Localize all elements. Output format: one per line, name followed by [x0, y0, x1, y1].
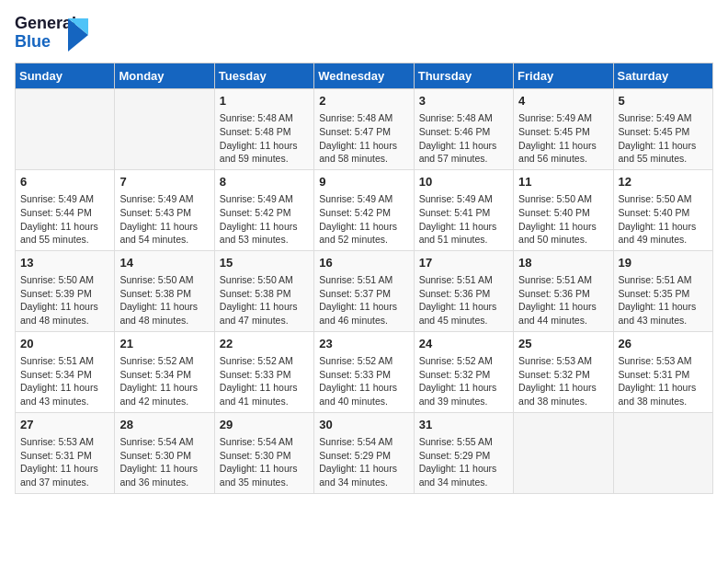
weekday-header-wednesday: Wednesday	[314, 63, 414, 89]
cell-content: Sunrise: 5:49 AM Sunset: 5:42 PM Dayligh…	[220, 192, 309, 247]
calendar-cell: 4Sunrise: 5:49 AM Sunset: 5:45 PM Daylig…	[514, 89, 613, 170]
cell-content: Sunrise: 5:52 AM Sunset: 5:32 PM Dayligh…	[419, 354, 508, 408]
cell-content: Sunrise: 5:52 AM Sunset: 5:34 PM Dayligh…	[119, 354, 209, 408]
calendar-cell: 18Sunrise: 5:51 AM Sunset: 5:36 PM Dayli…	[514, 250, 613, 331]
weekday-header-friday: Friday	[514, 63, 613, 89]
calendar-cell: 29Sunrise: 5:54 AM Sunset: 5:30 PM Dayli…	[214, 412, 313, 493]
cell-content: Sunrise: 5:49 AM Sunset: 5:41 PM Dayligh…	[419, 192, 508, 247]
calendar-cell: 19Sunrise: 5:51 AM Sunset: 5:35 PM Dayli…	[613, 250, 712, 331]
day-number: 26	[619, 336, 708, 352]
calendar-cell: 7Sunrise: 5:49 AM Sunset: 5:43 PM Daylig…	[115, 169, 214, 250]
cell-content: Sunrise: 5:55 AM Sunset: 5:29 PM Dayligh…	[419, 435, 508, 489]
calendar-cell: 27Sunrise: 5:53 AM Sunset: 5:31 PM Dayli…	[16, 412, 115, 493]
day-number: 6	[20, 174, 109, 190]
calendar-cell: 28Sunrise: 5:54 AM Sunset: 5:30 PM Dayli…	[115, 412, 214, 493]
cell-content: Sunrise: 5:51 AM Sunset: 5:37 PM Dayligh…	[319, 273, 408, 327]
cell-content: Sunrise: 5:49 AM Sunset: 5:43 PM Dayligh…	[119, 192, 209, 247]
calendar-cell	[16, 89, 115, 170]
day-number: 22	[220, 336, 309, 352]
calendar-cell: 1Sunrise: 5:48 AM Sunset: 5:48 PM Daylig…	[214, 89, 313, 170]
calendar-cell: 26Sunrise: 5:53 AM Sunset: 5:31 PM Dayli…	[613, 331, 712, 412]
calendar-cell: 30Sunrise: 5:54 AM Sunset: 5:29 PM Dayli…	[314, 412, 414, 493]
weekday-header-monday: Monday	[115, 63, 214, 89]
cell-content: Sunrise: 5:51 AM Sunset: 5:36 PM Dayligh…	[419, 273, 508, 327]
cell-content: Sunrise: 5:48 AM Sunset: 5:47 PM Dayligh…	[319, 111, 408, 166]
day-number: 27	[20, 417, 109, 433]
day-number: 8	[220, 174, 309, 190]
cell-content: Sunrise: 5:54 AM Sunset: 5:30 PM Dayligh…	[119, 435, 209, 489]
day-number: 31	[419, 417, 508, 433]
cell-content: Sunrise: 5:52 AM Sunset: 5:33 PM Dayligh…	[319, 354, 408, 408]
day-number: 21	[119, 336, 209, 352]
cell-content: Sunrise: 5:50 AM Sunset: 5:40 PM Dayligh…	[619, 192, 708, 247]
day-number: 28	[119, 417, 209, 433]
calendar-cell	[613, 412, 712, 493]
day-number: 2	[319, 93, 408, 109]
cell-content: Sunrise: 5:50 AM Sunset: 5:40 PM Dayligh…	[518, 192, 608, 247]
calendar-week-row: 27Sunrise: 5:53 AM Sunset: 5:31 PM Dayli…	[16, 412, 713, 493]
weekday-header-row: SundayMondayTuesdayWednesdayThursdayFrid…	[16, 63, 713, 89]
calendar-cell: 6Sunrise: 5:49 AM Sunset: 5:44 PM Daylig…	[16, 169, 115, 250]
day-number: 15	[220, 255, 309, 271]
calendar-cell: 14Sunrise: 5:50 AM Sunset: 5:38 PM Dayli…	[115, 250, 214, 331]
day-number: 20	[20, 336, 109, 352]
calendar-cell: 25Sunrise: 5:53 AM Sunset: 5:32 PM Dayli…	[514, 331, 613, 412]
calendar-cell: 23Sunrise: 5:52 AM Sunset: 5:33 PM Dayli…	[314, 331, 414, 412]
cell-content: Sunrise: 5:53 AM Sunset: 5:31 PM Dayligh…	[619, 354, 708, 408]
day-number: 1	[220, 93, 309, 109]
day-number: 30	[319, 417, 408, 433]
cell-content: Sunrise: 5:48 AM Sunset: 5:46 PM Dayligh…	[419, 111, 508, 166]
cell-content: Sunrise: 5:51 AM Sunset: 5:36 PM Dayligh…	[518, 273, 608, 327]
cell-content: Sunrise: 5:49 AM Sunset: 5:42 PM Dayligh…	[319, 192, 408, 247]
weekday-header-sunday: Sunday	[16, 63, 115, 89]
weekday-header-thursday: Thursday	[414, 63, 513, 89]
calendar-cell: 3Sunrise: 5:48 AM Sunset: 5:46 PM Daylig…	[414, 89, 513, 170]
day-number: 7	[119, 174, 209, 190]
calendar-cell: 5Sunrise: 5:49 AM Sunset: 5:45 PM Daylig…	[613, 89, 712, 170]
cell-content: Sunrise: 5:54 AM Sunset: 5:30 PM Dayligh…	[220, 435, 309, 489]
day-number: 19	[619, 255, 708, 271]
cell-content: Sunrise: 5:54 AM Sunset: 5:29 PM Dayligh…	[319, 435, 408, 489]
cell-content: Sunrise: 5:48 AM Sunset: 5:48 PM Dayligh…	[220, 111, 309, 166]
day-number: 3	[419, 93, 508, 109]
calendar-cell: 9Sunrise: 5:49 AM Sunset: 5:42 PM Daylig…	[314, 169, 414, 250]
cell-content: Sunrise: 5:53 AM Sunset: 5:31 PM Dayligh…	[20, 435, 109, 489]
weekday-header-saturday: Saturday	[613, 63, 712, 89]
day-number: 18	[518, 255, 608, 271]
day-number: 13	[20, 255, 109, 271]
cell-content: Sunrise: 5:50 AM Sunset: 5:38 PM Dayligh…	[220, 273, 309, 327]
calendar-cell: 2Sunrise: 5:48 AM Sunset: 5:47 PM Daylig…	[314, 89, 414, 170]
calendar-cell: 21Sunrise: 5:52 AM Sunset: 5:34 PM Dayli…	[115, 331, 214, 412]
calendar-cell	[514, 412, 613, 493]
logo: General Blue	[15, 15, 88, 55]
day-number: 23	[319, 336, 408, 352]
day-number: 16	[319, 255, 408, 271]
calendar-cell: 31Sunrise: 5:55 AM Sunset: 5:29 PM Dayli…	[414, 412, 513, 493]
cell-content: Sunrise: 5:53 AM Sunset: 5:32 PM Dayligh…	[518, 354, 608, 408]
day-number: 17	[419, 255, 508, 271]
day-number: 10	[419, 174, 508, 190]
calendar-cell: 12Sunrise: 5:50 AM Sunset: 5:40 PM Dayli…	[613, 169, 712, 250]
calendar-cell: 16Sunrise: 5:51 AM Sunset: 5:37 PM Dayli…	[314, 250, 414, 331]
calendar-cell: 15Sunrise: 5:50 AM Sunset: 5:38 PM Dayli…	[214, 250, 313, 331]
day-number: 9	[319, 174, 408, 190]
day-number: 5	[619, 93, 708, 109]
cell-content: Sunrise: 5:49 AM Sunset: 5:45 PM Dayligh…	[518, 111, 608, 166]
cell-content: Sunrise: 5:52 AM Sunset: 5:33 PM Dayligh…	[220, 354, 309, 408]
day-number: 12	[619, 174, 708, 190]
page-header: General Blue	[15, 15, 713, 55]
day-number: 25	[518, 336, 608, 352]
calendar-week-row: 13Sunrise: 5:50 AM Sunset: 5:39 PM Dayli…	[16, 250, 713, 331]
cell-content: Sunrise: 5:50 AM Sunset: 5:39 PM Dayligh…	[20, 273, 109, 327]
cell-content: Sunrise: 5:50 AM Sunset: 5:38 PM Dayligh…	[119, 273, 209, 327]
cell-content: Sunrise: 5:49 AM Sunset: 5:44 PM Dayligh…	[20, 192, 109, 247]
weekday-header-tuesday: Tuesday	[214, 63, 313, 89]
cell-content: Sunrise: 5:51 AM Sunset: 5:35 PM Dayligh…	[619, 273, 708, 327]
calendar-cell: 11Sunrise: 5:50 AM Sunset: 5:40 PM Dayli…	[514, 169, 613, 250]
calendar-week-row: 1Sunrise: 5:48 AM Sunset: 5:48 PM Daylig…	[16, 89, 713, 170]
calendar-cell: 17Sunrise: 5:51 AM Sunset: 5:36 PM Dayli…	[414, 250, 513, 331]
cell-content: Sunrise: 5:51 AM Sunset: 5:34 PM Dayligh…	[20, 354, 109, 408]
calendar-cell: 20Sunrise: 5:51 AM Sunset: 5:34 PM Dayli…	[16, 331, 115, 412]
cell-content: Sunrise: 5:49 AM Sunset: 5:45 PM Dayligh…	[619, 111, 708, 166]
calendar-table: SundayMondayTuesdayWednesdayThursdayFrid…	[15, 63, 713, 494]
